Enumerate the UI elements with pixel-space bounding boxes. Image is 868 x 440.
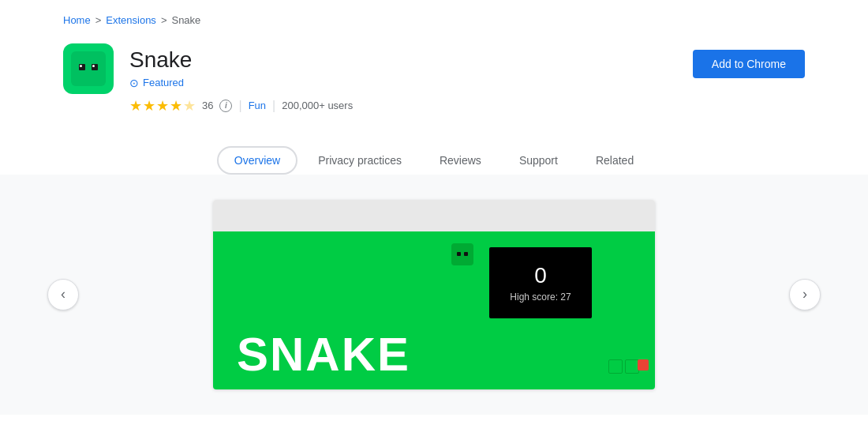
screenshot-top-bar — [213, 200, 655, 231]
tab-reviews[interactable]: Reviews — [422, 146, 499, 175]
app-info: Snake ⊙ Featured ★ ★ ★ ★ ★ 36 i | Fun | … — [129, 43, 353, 115]
snake-mini-head — [451, 243, 473, 265]
header-left: Snake ⊙ Featured ★ ★ ★ ★ ★ 36 i | Fun | … — [63, 43, 353, 115]
snake-eyes — [79, 64, 98, 70]
info-icon[interactable]: i — [219, 100, 232, 112]
snake-eye-right — [92, 64, 98, 70]
star-2: ★ — [143, 97, 155, 115]
featured-label: Featured — [143, 77, 184, 88]
app-header: Snake ⊙ Featured ★ ★ ★ ★ ★ 36 i | Fun | … — [0, 36, 868, 134]
snake-segments — [608, 359, 639, 374]
snake-seg-1 — [608, 359, 623, 374]
tabs-bar: Overview Privacy practices Reviews Suppo… — [0, 134, 868, 175]
rating-count: 36 — [202, 100, 213, 111]
content-area: ‹ 0 High score: 27 SNAKE — [0, 175, 868, 415]
star-1: ★ — [129, 97, 142, 115]
food-item — [638, 359, 649, 370]
star-5: ★ — [183, 97, 196, 115]
next-icon: › — [803, 286, 807, 303]
high-score-display: High score: 27 — [502, 291, 579, 303]
score-display: 0 — [502, 263, 579, 288]
screenshot-container: 0 High score: 27 SNAKE — [213, 200, 655, 389]
breadcrumb: Home > Extensions > Snake — [0, 0, 868, 36]
carousel-next-button[interactable]: › — [789, 279, 821, 310]
breadcrumb-sep1: > — [95, 14, 102, 26]
divider-v: | — [238, 99, 241, 113]
breadcrumb-extensions[interactable]: Extensions — [106, 14, 156, 26]
add-to-chrome-button[interactable]: Add to Chrome — [693, 50, 805, 78]
tab-related[interactable]: Related — [578, 146, 651, 175]
star-4: ★ — [170, 97, 182, 115]
stars: ★ ★ ★ ★ ★ — [129, 97, 196, 115]
breadcrumb-home[interactable]: Home — [63, 14, 91, 26]
tab-privacy-practices[interactable]: Privacy practices — [301, 146, 419, 175]
featured-icon: ⊙ — [129, 77, 139, 89]
category-tag[interactable]: Fun — [249, 100, 266, 111]
score-overlay: 0 High score: 27 — [489, 247, 592, 318]
carousel-prev-button[interactable]: ‹ — [47, 279, 79, 310]
carousel: ‹ 0 High score: 27 SNAKE — [0, 200, 868, 389]
snake-face — [71, 51, 106, 86]
rating-row: ★ ★ ★ ★ ★ 36 i | Fun | 200,000+ users — [129, 97, 353, 115]
divider-v2: | — [272, 99, 275, 113]
breadcrumb-current: Snake — [171, 14, 200, 26]
tab-overview[interactable]: Overview — [217, 146, 297, 175]
star-3: ★ — [156, 97, 169, 115]
game-title-text: SNAKE — [237, 327, 410, 382]
users-count: 200,000+ users — [282, 100, 353, 111]
app-icon — [63, 43, 114, 94]
tab-support[interactable]: Support — [502, 146, 575, 175]
screenshot-game-area: 0 High score: 27 SNAKE — [213, 231, 655, 389]
prev-icon: ‹ — [61, 286, 65, 303]
featured-badge[interactable]: ⊙ Featured — [129, 77, 353, 89]
snake-eye-left — [79, 64, 85, 70]
app-name: Snake — [129, 47, 353, 73]
breadcrumb-sep2: > — [161, 14, 167, 26]
